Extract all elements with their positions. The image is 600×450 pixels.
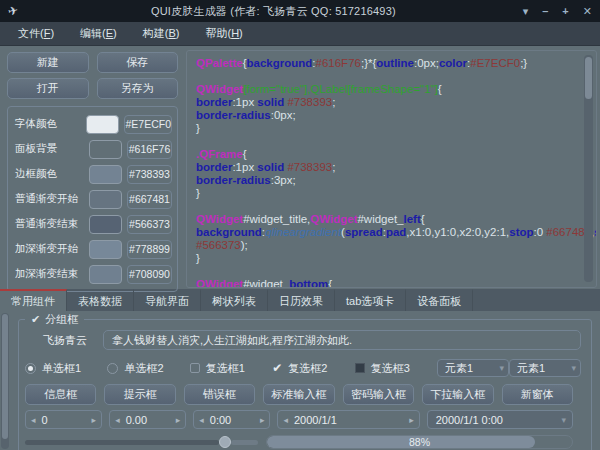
spinbox-3[interactable]: ◂0:00▸	[193, 410, 270, 429]
datetime-combo[interactable]: 2000/1/1 0:00▾	[427, 410, 573, 429]
code-line-18: QWidget#widget_bottom{	[196, 278, 580, 288]
color-row-6: 加深渐变开始#778899	[13, 239, 172, 259]
color-swatch-button[interactable]	[86, 115, 119, 134]
color-row-label: 边框颜色	[13, 167, 89, 181]
main-area: 新建保存打开另存为 字体颜色#E7ECF0面板背景#616F76边框颜色#738…	[0, 46, 600, 289]
spin-right-arrow-icon[interactable]: ▸	[260, 415, 265, 425]
groupbox-checkbox-check-icon[interactable]: ✔	[31, 313, 40, 326]
file-button-2[interactable]: 保存	[97, 52, 179, 73]
dialog-button-1[interactable]: 信息框	[25, 384, 96, 405]
checkbox-option-1[interactable]: 复选框1	[190, 361, 272, 376]
slider-handle[interactable]	[219, 436, 231, 448]
tab-3[interactable]: 导航界面	[134, 289, 201, 311]
motto-line-edit[interactable]: 拿人钱财替人消灾,人生江湖如此,程序江湖亦如此.	[103, 330, 581, 350]
radio-option-2[interactable]: 单选框2	[107, 361, 189, 376]
dialog-button-5[interactable]: 密码输入框	[343, 384, 414, 405]
dialog-button-2[interactable]: 提示框	[104, 384, 175, 405]
color-row-label: 加深渐变开始	[13, 242, 89, 256]
spin-right-arrow-icon[interactable]: ▸	[409, 415, 414, 425]
color-swatch-button[interactable]	[89, 265, 122, 284]
spinbox-1[interactable]: ◂0▸	[25, 410, 102, 429]
editor-scrollbar[interactable]	[584, 55, 593, 282]
file-button-4[interactable]: 另存为	[97, 78, 179, 99]
checkbox-partial-icon[interactable]	[355, 363, 365, 373]
color-swatch-button[interactable]	[89, 165, 122, 184]
code-line-16: }	[196, 252, 580, 265]
datetime-value: 2000/1/1 0:00	[436, 414, 562, 426]
demo-groupbox: ✔ 分组框 飞扬青云 拿人钱财替人消灾,人生江湖如此,程序江湖亦如此. 单选框1…	[18, 319, 592, 450]
color-swatch-button[interactable]	[89, 240, 122, 259]
radio-label: 单选框2	[124, 361, 163, 376]
code-line-12	[196, 200, 580, 213]
demo-slider[interactable]	[25, 435, 258, 449]
combo-box-2[interactable]: 元素1▾	[509, 359, 581, 377]
checkbox-checked-icon[interactable]: ✔	[272, 362, 282, 374]
menu-item-4[interactable]: 帮助(H)	[193, 22, 254, 45]
color-swatch-button[interactable]	[89, 215, 122, 234]
file-button-3[interactable]: 打开	[7, 78, 89, 99]
groupbox-legend[interactable]: ✔ 分组框	[25, 312, 84, 327]
tab-page-common-widgets: ✔ 分组框 飞扬青云 拿人钱财替人消灾,人生江湖如此,程序江湖亦如此. 单选框1…	[0, 311, 600, 450]
color-hex-field[interactable]: #738393	[127, 165, 172, 184]
window-menu-icon[interactable]: ▾	[523, 6, 529, 17]
color-row-label: 面板背景	[13, 142, 89, 156]
menu-item-1[interactable]: 文件(F)	[6, 22, 66, 45]
tab-2[interactable]: 表格数据	[67, 289, 134, 311]
radio-checked-icon[interactable]	[25, 363, 36, 374]
code-line-6: }	[196, 122, 580, 135]
color-row-label: 加深渐变结束	[13, 267, 89, 281]
tab-5[interactable]: 日历效果	[268, 289, 335, 311]
file-buttons: 新建保存打开另存为	[7, 52, 178, 99]
tab-1[interactable]: 常用组件	[0, 289, 67, 311]
radio-label: 单选框1	[42, 361, 81, 376]
radio-option-1[interactable]: 单选框1	[25, 361, 107, 376]
title-bar: ✈ QUI皮肤生成器 (作者: 飞扬青云 QQ: 517216493) ▾ – …	[0, 0, 600, 22]
spinbox-row: ◂0▸◂0.00▸◂0:00▸◂2000/1/1▸2000/1/1 0:00▾	[25, 410, 573, 429]
page-scrollbar-thumb[interactable]	[2, 314, 8, 439]
menu-item-3[interactable]: 构建(B)	[131, 22, 192, 45]
dialog-button-4[interactable]: 标准输入框	[263, 384, 334, 405]
checkbox-option-2[interactable]: ✔复选框2	[272, 361, 354, 376]
spinbox-2[interactable]: ◂0.00▸	[109, 410, 186, 429]
checkbox-label: 复选框3	[371, 361, 410, 376]
color-swatch-button[interactable]	[89, 190, 122, 209]
options-row: 单选框1单选框2复选框1✔复选框2复选框3元素1▾元素1▾	[25, 360, 581, 376]
chevron-down-icon: ▾	[561, 415, 566, 425]
spin-right-arrow-icon[interactable]: ▸	[92, 415, 97, 425]
spin-right-arrow-icon[interactable]: ▸	[176, 415, 181, 425]
progress-label: 88%	[267, 436, 572, 448]
file-button-1[interactable]: 新建	[7, 52, 89, 73]
radio-unchecked-icon[interactable]	[107, 363, 118, 374]
combo-box-1[interactable]: 元素1▾	[437, 359, 509, 377]
color-row-7: 加深渐变结束#708090	[13, 264, 172, 284]
close-icon[interactable]: ✕	[583, 6, 592, 17]
color-row-2: 面板背景#616F76	[13, 139, 172, 159]
tab-4[interactable]: 树状列表	[201, 289, 268, 311]
spinbox-4[interactable]: ◂2000/1/1▸	[277, 410, 419, 429]
color-hex-field[interactable]: #708090	[127, 265, 172, 284]
checkbox-unchecked-icon[interactable]	[190, 363, 200, 373]
minimize-icon[interactable]: –	[542, 6, 548, 17]
qss-code-editor[interactable]: QPalette{background:#616F76;}*{outline:0…	[186, 50, 597, 288]
code-line-10: border-radius:3px;	[196, 174, 580, 187]
color-hex-field[interactable]: #778899	[127, 240, 172, 259]
maximize-icon[interactable]: +	[562, 6, 568, 17]
editor-scrollbar-thumb[interactable]	[585, 57, 592, 99]
color-row-3: 边框颜色#738393	[13, 164, 172, 184]
tab-6[interactable]: tab选项卡	[335, 289, 406, 311]
dialog-button-3[interactable]: 错误框	[184, 384, 255, 405]
tab-7[interactable]: 设备面板	[406, 289, 473, 311]
color-swatch-button[interactable]	[89, 140, 122, 159]
color-hex-field[interactable]: #667481	[127, 190, 172, 209]
spinbox-value: 0.00	[120, 414, 176, 426]
code-line-9: border:1px solid #738393;	[196, 161, 580, 174]
dialog-button-7[interactable]: 新窗体	[502, 384, 573, 405]
color-hex-field[interactable]: #E7ECF0	[124, 115, 172, 134]
page-scrollbar[interactable]	[1, 313, 9, 449]
dialog-button-6[interactable]: 下拉输入框	[422, 384, 493, 405]
color-hex-field[interactable]: #566373	[127, 215, 172, 234]
checkbox-option-3[interactable]: 复选框3	[355, 361, 437, 376]
spinbox-value: 0:00	[204, 414, 260, 426]
color-hex-field[interactable]: #616F76	[127, 140, 172, 159]
menu-item-2[interactable]: 编辑(E)	[68, 22, 129, 45]
